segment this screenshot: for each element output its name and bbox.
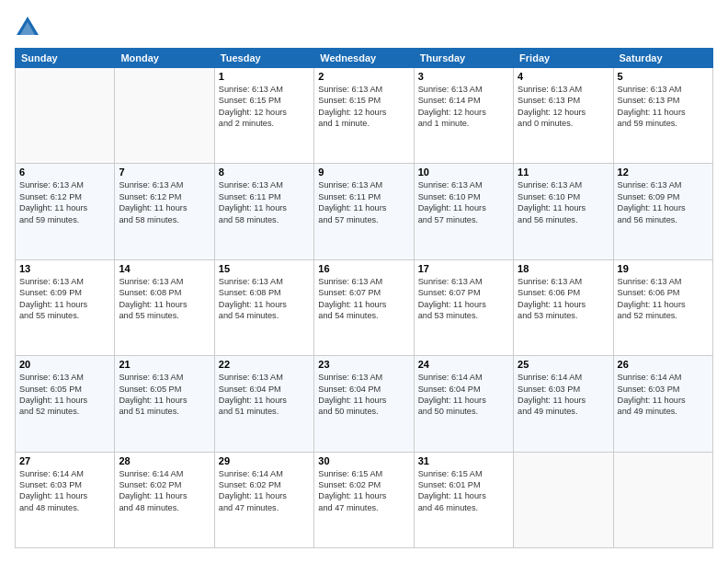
calendar-body: 1Sunrise: 6:13 AM Sunset: 6:15 PM Daylig…	[16, 68, 713, 548]
day-number: 27	[19, 455, 110, 466]
day-info: Sunrise: 6:13 AM Sunset: 6:05 PM Dayligh…	[119, 372, 210, 418]
day-header-row: SundayMondayTuesdayWednesdayThursdayFrid…	[16, 49, 713, 68]
week-row-4: 20Sunrise: 6:13 AM Sunset: 6:05 PM Dayli…	[16, 356, 713, 452]
day-info: Sunrise: 6:13 AM Sunset: 6:15 PM Dayligh…	[318, 84, 409, 130]
calendar-cell: 30Sunrise: 6:15 AM Sunset: 6:02 PM Dayli…	[314, 452, 414, 547]
day-info: Sunrise: 6:13 AM Sunset: 6:15 PM Dayligh…	[219, 84, 310, 130]
logo	[15, 15, 44, 40]
day-info: Sunrise: 6:13 AM Sunset: 6:04 PM Dayligh…	[219, 372, 310, 418]
calendar-cell: 27Sunrise: 6:14 AM Sunset: 6:03 PM Dayli…	[16, 452, 115, 547]
day-header-sunday: Sunday	[16, 49, 115, 68]
day-info: Sunrise: 6:13 AM Sunset: 6:09 PM Dayligh…	[618, 179, 709, 225]
day-number: 28	[119, 455, 210, 466]
calendar-cell: 6Sunrise: 6:13 AM Sunset: 6:12 PM Daylig…	[16, 164, 115, 259]
day-number: 8	[219, 167, 310, 178]
day-info: Sunrise: 6:14 AM Sunset: 6:03 PM Dayligh…	[19, 468, 110, 514]
day-info: Sunrise: 6:13 AM Sunset: 6:10 PM Dayligh…	[418, 179, 509, 225]
calendar-cell: 2Sunrise: 6:13 AM Sunset: 6:15 PM Daylig…	[314, 68, 414, 164]
calendar-cell: 13Sunrise: 6:13 AM Sunset: 6:09 PM Dayli…	[16, 259, 115, 355]
day-number: 10	[418, 167, 509, 178]
day-info: Sunrise: 6:13 AM Sunset: 6:09 PM Dayligh…	[19, 276, 110, 322]
day-number: 5	[618, 71, 709, 82]
day-info: Sunrise: 6:15 AM Sunset: 6:01 PM Dayligh…	[418, 468, 509, 514]
day-number: 29	[219, 455, 310, 466]
calendar-cell: 31Sunrise: 6:15 AM Sunset: 6:01 PM Dayli…	[414, 452, 513, 547]
calendar-cell: 26Sunrise: 6:14 AM Sunset: 6:03 PM Dayli…	[613, 356, 712, 452]
calendar-cell: 8Sunrise: 6:13 AM Sunset: 6:11 PM Daylig…	[214, 164, 313, 259]
day-number: 14	[119, 263, 210, 274]
day-info: Sunrise: 6:13 AM Sunset: 6:06 PM Dayligh…	[618, 276, 709, 322]
day-header-thursday: Thursday	[414, 49, 513, 68]
day-number: 11	[518, 167, 609, 178]
calendar-cell	[613, 452, 712, 547]
day-info: Sunrise: 6:13 AM Sunset: 6:07 PM Dayligh…	[418, 276, 509, 322]
day-info: Sunrise: 6:13 AM Sunset: 6:12 PM Dayligh…	[19, 179, 110, 225]
day-number: 3	[418, 71, 509, 82]
day-info: Sunrise: 6:13 AM Sunset: 6:06 PM Dayligh…	[518, 276, 609, 322]
calendar-cell: 22Sunrise: 6:13 AM Sunset: 6:04 PM Dayli…	[214, 356, 313, 452]
day-number: 26	[618, 359, 709, 370]
calendar-cell: 15Sunrise: 6:13 AM Sunset: 6:08 PM Dayli…	[214, 259, 313, 355]
calendar-cell: 19Sunrise: 6:13 AM Sunset: 6:06 PM Dayli…	[613, 259, 712, 355]
calendar-cell: 29Sunrise: 6:14 AM Sunset: 6:02 PM Dayli…	[214, 452, 313, 547]
day-info: Sunrise: 6:13 AM Sunset: 6:13 PM Dayligh…	[518, 84, 609, 130]
day-header-tuesday: Tuesday	[214, 49, 313, 68]
calendar-cell: 28Sunrise: 6:14 AM Sunset: 6:02 PM Dayli…	[115, 452, 214, 547]
day-number: 17	[418, 263, 509, 274]
day-number: 24	[418, 359, 509, 370]
day-info: Sunrise: 6:13 AM Sunset: 6:08 PM Dayligh…	[119, 276, 210, 322]
day-info: Sunrise: 6:13 AM Sunset: 6:07 PM Dayligh…	[318, 276, 409, 322]
day-info: Sunrise: 6:13 AM Sunset: 6:11 PM Dayligh…	[219, 179, 310, 225]
day-number: 12	[618, 167, 709, 178]
calendar-cell: 10Sunrise: 6:13 AM Sunset: 6:10 PM Dayli…	[414, 164, 513, 259]
calendar-cell	[115, 68, 214, 164]
calendar-cell: 23Sunrise: 6:13 AM Sunset: 6:04 PM Dayli…	[314, 356, 414, 452]
day-info: Sunrise: 6:13 AM Sunset: 6:12 PM Dayligh…	[119, 179, 210, 225]
day-info: Sunrise: 6:13 AM Sunset: 6:04 PM Dayligh…	[318, 372, 409, 418]
week-row-5: 27Sunrise: 6:14 AM Sunset: 6:03 PM Dayli…	[16, 452, 713, 547]
day-number: 16	[318, 263, 409, 274]
day-number: 4	[518, 71, 609, 82]
day-number: 30	[318, 455, 409, 466]
day-info: Sunrise: 6:14 AM Sunset: 6:03 PM Dayligh…	[618, 372, 709, 418]
day-info: Sunrise: 6:13 AM Sunset: 6:13 PM Dayligh…	[618, 84, 709, 130]
day-number: 15	[219, 263, 310, 274]
header	[15, 15, 713, 40]
day-number: 19	[618, 263, 709, 274]
calendar-cell: 14Sunrise: 6:13 AM Sunset: 6:08 PM Dayli…	[115, 259, 214, 355]
calendar-cell: 5Sunrise: 6:13 AM Sunset: 6:13 PM Daylig…	[613, 68, 712, 164]
calendar-cell: 1Sunrise: 6:13 AM Sunset: 6:15 PM Daylig…	[214, 68, 313, 164]
page: SundayMondayTuesdayWednesdayThursdayFrid…	[0, 0, 728, 563]
day-number: 20	[19, 359, 110, 370]
day-header-friday: Friday	[514, 49, 613, 68]
calendar-cell: 7Sunrise: 6:13 AM Sunset: 6:12 PM Daylig…	[115, 164, 214, 259]
day-number: 23	[318, 359, 409, 370]
day-info: Sunrise: 6:14 AM Sunset: 6:03 PM Dayligh…	[518, 372, 609, 418]
day-info: Sunrise: 6:13 AM Sunset: 6:10 PM Dayligh…	[518, 179, 609, 225]
day-number: 13	[19, 263, 110, 274]
logo-icon	[15, 15, 40, 40]
day-header-monday: Monday	[115, 49, 214, 68]
day-number: 6	[19, 167, 110, 178]
day-info: Sunrise: 6:13 AM Sunset: 6:05 PM Dayligh…	[19, 372, 110, 418]
calendar-cell: 16Sunrise: 6:13 AM Sunset: 6:07 PM Dayli…	[314, 259, 414, 355]
calendar-cell	[514, 452, 613, 547]
calendar-cell: 20Sunrise: 6:13 AM Sunset: 6:05 PM Dayli…	[16, 356, 115, 452]
day-header-wednesday: Wednesday	[314, 49, 414, 68]
day-info: Sunrise: 6:13 AM Sunset: 6:11 PM Dayligh…	[318, 179, 409, 225]
calendar-table: SundayMondayTuesdayWednesdayThursdayFrid…	[15, 48, 713, 548]
day-number: 7	[119, 167, 210, 178]
week-row-2: 6Sunrise: 6:13 AM Sunset: 6:12 PM Daylig…	[16, 164, 713, 259]
week-row-3: 13Sunrise: 6:13 AM Sunset: 6:09 PM Dayli…	[16, 259, 713, 355]
day-number: 31	[418, 455, 509, 466]
calendar-cell: 9Sunrise: 6:13 AM Sunset: 6:11 PM Daylig…	[314, 164, 414, 259]
calendar-cell: 11Sunrise: 6:13 AM Sunset: 6:10 PM Dayli…	[514, 164, 613, 259]
day-info: Sunrise: 6:15 AM Sunset: 6:02 PM Dayligh…	[318, 468, 409, 514]
week-row-1: 1Sunrise: 6:13 AM Sunset: 6:15 PM Daylig…	[16, 68, 713, 164]
day-info: Sunrise: 6:13 AM Sunset: 6:08 PM Dayligh…	[219, 276, 310, 322]
day-info: Sunrise: 6:14 AM Sunset: 6:02 PM Dayligh…	[219, 468, 310, 514]
day-info: Sunrise: 6:14 AM Sunset: 6:02 PM Dayligh…	[119, 468, 210, 514]
day-number: 25	[518, 359, 609, 370]
day-number: 2	[318, 71, 409, 82]
calendar-header: SundayMondayTuesdayWednesdayThursdayFrid…	[16, 49, 713, 68]
